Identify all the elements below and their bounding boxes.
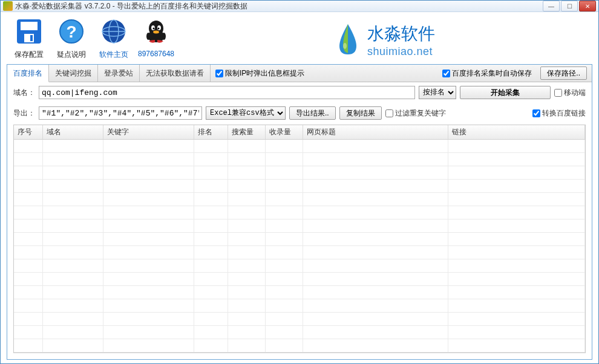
app-window: 水淼·爱站数据采集器 v3.7.2.0 - 导出爱站上的百度排名和关键词挖掘数据…: [0, 0, 599, 364]
toolbar: 保存配置 ? 疑点说明 软件主页 897687648: [1, 12, 598, 64]
table-row[interactable]: [14, 206, 585, 219]
table-row[interactable]: [14, 140, 585, 153]
save-path-button[interactable]: 保存路径..: [540, 67, 587, 80]
svg-point-18: [162, 33, 166, 40]
svg-point-19: [343, 43, 347, 49]
tab-cannot-fetch[interactable]: 无法获取数据请看: [140, 65, 211, 82]
table-row[interactable]: [14, 246, 585, 259]
table-row[interactable]: [14, 273, 585, 286]
table-row[interactable]: [14, 166, 585, 180]
copy-result-button[interactable]: 复制结果: [339, 106, 382, 120]
save-icon: [15, 17, 44, 46]
col-search[interactable]: 搜索量: [228, 125, 266, 139]
start-collect-button[interactable]: 开始采集: [460, 86, 551, 99]
col-domain[interactable]: 域名: [43, 125, 103, 139]
table-row[interactable]: [14, 180, 585, 193]
svg-point-17: [146, 33, 150, 40]
table-row[interactable]: [14, 259, 585, 273]
svg-text:?: ?: [66, 22, 76, 41]
convert-baidu-label: 转换百度链接: [542, 108, 586, 119]
save-config-button[interactable]: 保存配置: [8, 16, 50, 60]
close-button[interactable]: ✕: [579, 1, 596, 11]
save-config-label: 保存配置: [15, 50, 44, 60]
tabbar: 百度排名 关键词挖掘 登录爱站 无法获取数据请看 限制IP时弹出信息框提示 百度…: [7, 64, 592, 82]
maximize-button[interactable]: ☐: [561, 1, 578, 11]
svg-point-14: [153, 28, 155, 30]
convert-baidu-checkbox[interactable]: 转换百度链接: [532, 108, 586, 119]
col-link[interactable]: 链接: [448, 125, 585, 139]
svg-rect-1: [21, 22, 38, 30]
table-row[interactable]: [14, 193, 585, 206]
sort-select[interactable]: 按排名: [419, 86, 456, 99]
export-row: 导出： Excel兼容csv格式 导出结果.. 复制结果 过滤重复关键字 转换百…: [7, 103, 592, 123]
homepage-button[interactable]: 软件主页: [93, 16, 135, 60]
grid-header: 序号 域名 关键字 排名 搜索量 收录量 网页标题 链接: [14, 125, 585, 140]
tab-baidu-rank[interactable]: 百度排名: [7, 65, 49, 82]
table-row[interactable]: [14, 286, 585, 299]
brand-domain: shuimiao.net: [367, 45, 435, 58]
svg-point-16: [153, 31, 159, 34]
table-row[interactable]: [14, 219, 585, 233]
filter-dup-input[interactable]: [385, 109, 393, 117]
svg-point-15: [158, 28, 160, 30]
svg-rect-3: [30, 35, 33, 41]
results-grid: 序号 域名 关键字 排名 搜索量 收录量 网页标题 链接: [13, 125, 586, 353]
brand-name: 水淼软件: [367, 22, 435, 45]
mobile-label: 移动端: [564, 88, 586, 98]
table-row[interactable]: [14, 313, 585, 326]
faq-button[interactable]: ? 疑点说明: [50, 16, 93, 60]
limit-ip-checkbox[interactable]: 限制IP时弹出信息框提示: [215, 68, 304, 79]
domain-input[interactable]: [39, 86, 415, 99]
col-keyword[interactable]: 关键字: [103, 125, 194, 139]
minimize-button[interactable]: —: [543, 1, 560, 11]
col-indexed[interactable]: 收录量: [266, 125, 303, 139]
filter-dup-checkbox[interactable]: 过滤重复关键字: [385, 108, 446, 119]
limit-ip-label: 限制IP时弹出信息框提示: [225, 68, 304, 79]
export-template-input[interactable]: [39, 106, 202, 120]
convert-baidu-input[interactable]: [532, 109, 540, 117]
tab-keyword-mining[interactable]: 关键词挖掘: [49, 65, 98, 82]
limit-ip-input[interactable]: [215, 70, 223, 77]
table-row[interactable]: [14, 326, 585, 339]
table-row[interactable]: [14, 233, 585, 246]
titlebar: 水淼·爱站数据采集器 v3.7.2.0 - 导出爱站上的百度排名和关键词挖掘数据…: [1, 1, 598, 12]
tab-login-aizhan[interactable]: 登录爱站: [98, 65, 140, 82]
help-icon: ?: [57, 17, 86, 46]
qq-label: 897687648: [138, 50, 174, 58]
globe-icon: [99, 17, 128, 46]
main-panel: 百度排名 关键词挖掘 登录爱站 无法获取数据请看 限制IP时弹出信息框提示 百度…: [7, 64, 592, 360]
brand-logo: 水淼软件 shuimiao.net: [177, 16, 591, 64]
grid-body[interactable]: [14, 140, 585, 353]
app-icon: [3, 1, 13, 11]
col-index[interactable]: 序号: [14, 125, 43, 139]
filter-dup-label: 过滤重复关键字: [395, 108, 446, 119]
qq-button[interactable]: 897687648: [135, 16, 177, 58]
export-result-button[interactable]: 导出结果..: [289, 106, 336, 120]
domain-label: 域名：: [13, 88, 35, 98]
homepage-label: 软件主页: [99, 50, 128, 60]
col-rank[interactable]: 排名: [194, 125, 228, 139]
window-title: 水淼·爱站数据采集器 v3.7.2.0 - 导出爱站上的百度排名和关键词挖掘数据: [15, 1, 543, 11]
auto-save-input[interactable]: [442, 70, 450, 77]
auto-save-checkbox[interactable]: 百度排名采集时自动保存: [442, 68, 532, 79]
auto-save-label: 百度排名采集时自动保存: [452, 68, 532, 79]
export-format-select[interactable]: Excel兼容csv格式: [206, 106, 286, 120]
mobile-checkbox[interactable]: 移动端: [554, 88, 586, 98]
qq-icon: [142, 17, 171, 46]
mobile-input[interactable]: [554, 89, 562, 97]
export-label: 导出：: [13, 108, 35, 119]
table-row[interactable]: [14, 339, 585, 353]
table-row[interactable]: [14, 153, 585, 166]
water-drop-icon: [333, 22, 362, 58]
table-row[interactable]: [14, 299, 585, 313]
faq-label: 疑点说明: [57, 50, 86, 60]
domain-row: 域名： 按排名 开始采集 移动端: [7, 82, 592, 103]
tabbar-options: 限制IP时弹出信息框提示 百度排名采集时自动保存 保存路径..: [211, 65, 592, 82]
window-controls: — ☐ ✕: [543, 1, 596, 11]
col-title[interactable]: 网页标题: [303, 125, 448, 139]
